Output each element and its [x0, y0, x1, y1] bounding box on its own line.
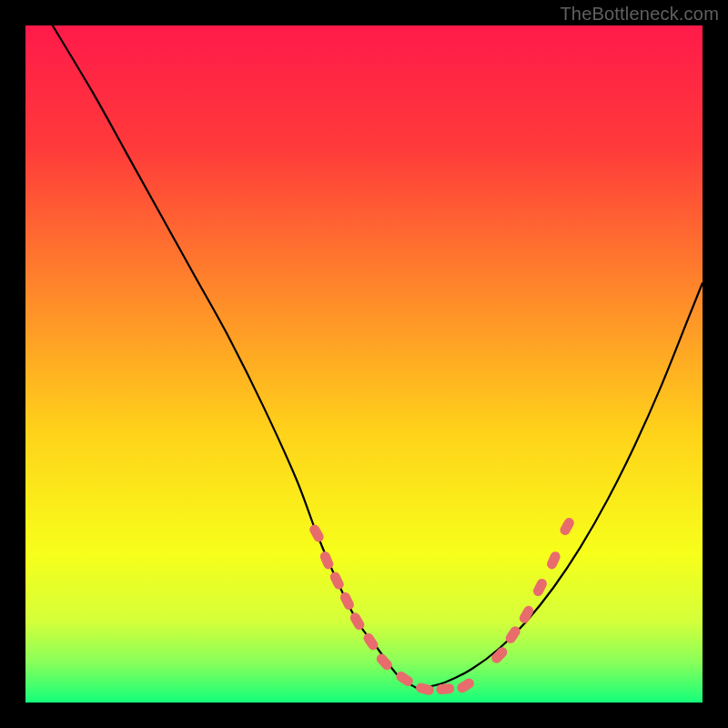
chart-gradient-bg — [25, 25, 703, 703]
chart-frame — [25, 25, 703, 703]
gradient-rect — [25, 25, 703, 703]
watermark-label: TheBottleneck.com — [560, 4, 719, 25]
